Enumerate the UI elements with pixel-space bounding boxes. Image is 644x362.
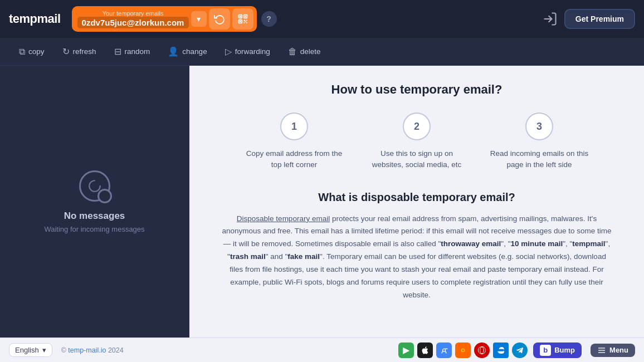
change-label: change [182, 47, 207, 56]
random-button[interactable]: ⊟ random [106, 42, 158, 61]
app-store-icon[interactable] [417, 343, 433, 358]
step-1: 1 Copy email address from the top left c… [244, 112, 344, 171]
random-icon: ⊟ [114, 46, 121, 57]
menu-label: Menu [609, 346, 628, 354]
copy-label: copy [28, 47, 45, 56]
svg-rect-10 [246, 22, 247, 23]
site-link[interactable]: temp-mail.io [68, 346, 106, 354]
forwarding-button[interactable]: ▷ forwarding [217, 42, 278, 61]
email-bar-inner: Your temporary emails 0zdv7u5juc@zlorkun… [77, 10, 189, 28]
disposable-title: What is disposable temporary email? [212, 191, 622, 204]
no-messages-title: No messages [64, 211, 125, 222]
random-label: random [125, 47, 150, 56]
forwarding-label: forwarding [235, 47, 270, 56]
refresh-label: refresh [73, 47, 96, 56]
chrome-icon[interactable] [436, 343, 452, 358]
svg-rect-9 [245, 21, 246, 22]
how-to-section: How to use temporary email? 1 Copy email… [212, 82, 622, 171]
sidebar: No messages Waiting for incoming message… [0, 66, 189, 337]
step-3-text: Read incoming emails on this page in the… [489, 148, 589, 171]
email-bar: Your temporary emails 0zdv7u5juc@zlorkun… [72, 6, 257, 32]
term-throwaway: throwaway email [441, 239, 501, 248]
svg-point-16 [462, 349, 464, 351]
refresh-icon: ↻ [62, 46, 70, 57]
sign-in-icon [542, 11, 558, 27]
store-icons: ▶ [398, 343, 528, 358]
language-label: English [15, 346, 39, 354]
chevron-down-icon: ▾ [42, 346, 46, 354]
term-10min: 10 minute mail [510, 239, 563, 248]
svg-point-17 [479, 346, 486, 354]
svg-rect-7 [246, 20, 247, 21]
step-3: 3 Read incoming emails on this page in t… [489, 112, 589, 171]
copy-icon: ⧉ [19, 47, 25, 57]
menu-button[interactable]: Menu [591, 344, 635, 357]
delete-button[interactable]: 🗑 delete [280, 42, 329, 61]
term-fake: fake mail [287, 252, 320, 261]
sign-in-button[interactable] [542, 11, 558, 27]
bump-label: Bump [554, 346, 575, 354]
step-3-number: 3 [525, 112, 553, 140]
copy-button[interactable]: ⧉ copy [11, 42, 52, 61]
bump-b-icon: b [540, 345, 551, 356]
telegram-icon[interactable] [512, 343, 528, 358]
history-icon [214, 13, 225, 25]
toolbar: ⧉ copy ↻ refresh ⊟ random 👤 change ▷ for… [0, 38, 644, 66]
disposable-section: What is disposable temporary email? Disp… [212, 191, 622, 302]
content-panel: How to use temporary email? 1 Copy email… [189, 66, 644, 337]
google-play-icon[interactable]: ▶ [398, 343, 414, 358]
history-button[interactable] [209, 8, 230, 30]
disposable-text: Disposable temporary email protects your… [222, 213, 612, 302]
how-to-title: How to use temporary email? [212, 82, 622, 97]
copyright: © temp-mail.io 2024 [61, 346, 124, 354]
email-address[interactable]: 0zdv7u5juc@zlorkun.com [77, 17, 189, 28]
svg-rect-6 [243, 20, 245, 22]
logo: tempmail [9, 12, 61, 26]
bump-button[interactable]: b Bump [533, 343, 582, 358]
step-1-number: 1 [280, 112, 308, 140]
svg-rect-5 [240, 21, 241, 22]
step-1-text: Copy email address from the top left cor… [244, 148, 344, 171]
steps-row: 1 Copy email address from the top left c… [212, 112, 622, 171]
no-messages-subtitle: Waiting for incoming messages [44, 225, 144, 233]
svg-rect-8 [243, 22, 245, 23]
qr-button[interactable] [232, 8, 253, 30]
delete-icon: 🗑 [288, 47, 297, 57]
term-trash: trash mail [230, 252, 266, 261]
email-bar-label: Your temporary emails [77, 10, 189, 17]
menu-icon [597, 346, 606, 355]
term-tempmail: tempmail [572, 239, 605, 248]
no-messages-icon [79, 170, 110, 202]
forwarding-icon: ▷ [225, 46, 232, 57]
svg-rect-3 [245, 16, 246, 17]
language-selector[interactable]: English ▾ [9, 343, 52, 357]
refresh-button[interactable]: ↻ refresh [55, 42, 104, 61]
help-button[interactable]: ? [261, 11, 277, 27]
change-icon: 👤 [168, 46, 179, 57]
footer: English ▾ © temp-mail.io 2024 ▶ b Bump [0, 337, 644, 362]
premium-button[interactable]: Get Premium [564, 9, 635, 29]
main-layout: No messages Waiting for incoming message… [0, 66, 644, 337]
step-2: 2 Use this to sign up on websites, socia… [367, 112, 467, 171]
svg-rect-1 [240, 16, 241, 17]
disposable-link[interactable]: Disposable temporary email [237, 214, 330, 223]
svg-point-12 [99, 185, 100, 186]
email-dropdown-button[interactable]: ▾ [191, 11, 207, 27]
header: tempmail Your temporary emails 0zdv7u5ju… [0, 0, 644, 38]
firefox-icon[interactable] [455, 343, 471, 358]
change-button[interactable]: 👤 change [160, 42, 214, 61]
delete-label: delete [300, 47, 321, 56]
opera-icon[interactable] [474, 343, 490, 358]
qr-icon [237, 13, 248, 25]
edge-icon[interactable] [493, 343, 509, 358]
step-2-number: 2 [403, 112, 431, 140]
step-2-text: Use this to sign up on websites, social … [367, 148, 467, 171]
spinner-icon [87, 179, 102, 193]
